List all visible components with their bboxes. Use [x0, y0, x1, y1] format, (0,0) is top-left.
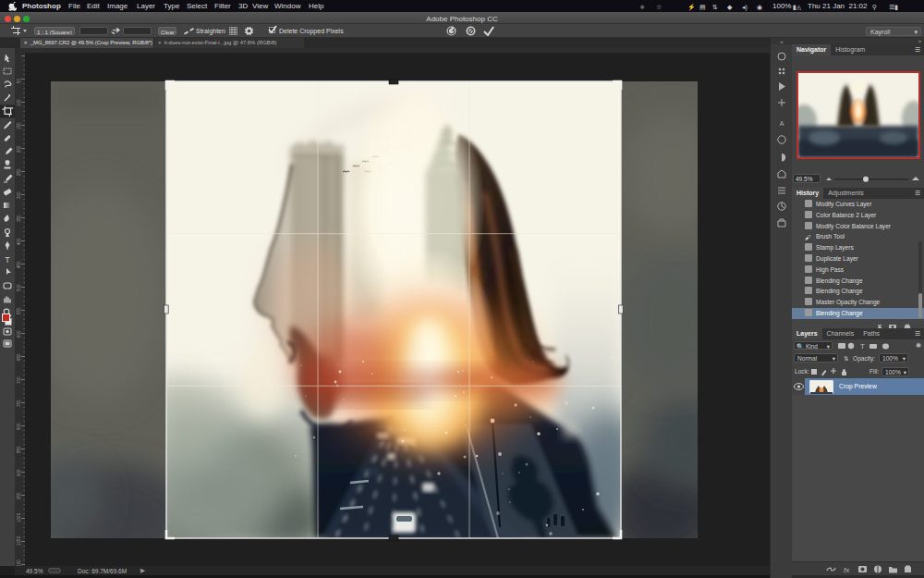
- svg-text:300: 300: [17, 191, 21, 199]
- svg-text:650: 650: [17, 353, 21, 361]
- svg-text:450: 450: [17, 261, 21, 268]
- svg-text:600: 600: [17, 330, 21, 338]
- svg-text:100: 100: [17, 99, 21, 106]
- svg-text:700: 700: [17, 376, 21, 384]
- svg-text:800: 800: [17, 423, 21, 430]
- svg-text:1050: 1050: [17, 535, 21, 546]
- svg-text:200: 200: [17, 145, 21, 153]
- svg-text:400: 400: [17, 238, 21, 245]
- svg-text:500: 500: [17, 284, 21, 291]
- svg-text:550: 550: [17, 307, 21, 314]
- svg-text:1000: 1000: [17, 512, 21, 523]
- svg-text:350: 350: [17, 215, 21, 222]
- svg-text:T: T: [860, 342, 865, 350]
- svg-text:50: 50: [17, 78, 21, 83]
- svg-text:950: 950: [17, 492, 21, 499]
- svg-text:fx: fx: [844, 566, 850, 574]
- svg-text:T: T: [5, 255, 10, 264]
- svg-text:A: A: [780, 120, 784, 127]
- svg-text:900: 900: [17, 469, 21, 476]
- svg-text:150: 150: [17, 122, 21, 129]
- svg-text:1100: 1100: [17, 560, 21, 566]
- svg-text:750: 750: [17, 400, 21, 407]
- svg-text:850: 850: [17, 446, 21, 453]
- svg-text:250: 250: [17, 168, 21, 176]
